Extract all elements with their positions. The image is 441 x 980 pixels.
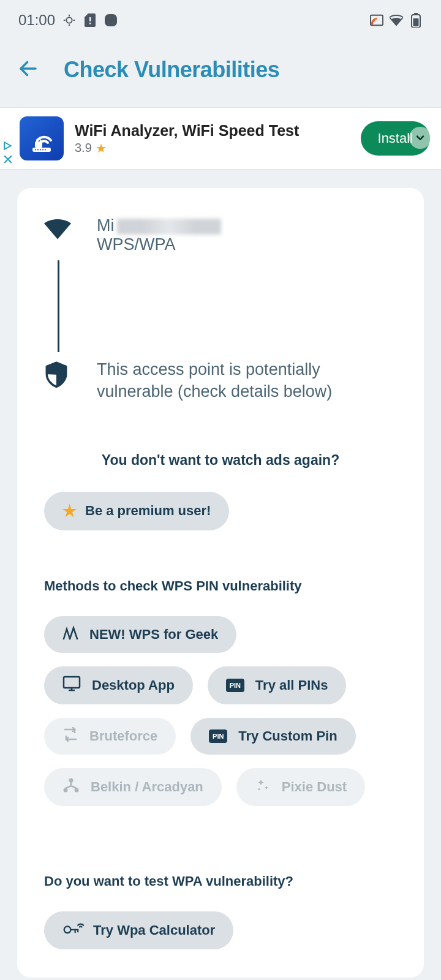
- pin-icon: PIN: [226, 679, 244, 692]
- wpa-label: Try Wpa Calculator: [93, 922, 215, 938]
- desktop-icon: [62, 676, 81, 695]
- main-card: Mi WPS/WPA This access point is potentia…: [17, 188, 424, 978]
- ad-title: WiFi Analyzer, WiFi Speed Test: [75, 122, 361, 140]
- svg-point-21: [40, 149, 41, 150]
- install-label: Install: [378, 130, 413, 146]
- svg-point-30: [64, 926, 71, 933]
- network-name-obscured: [117, 219, 221, 235]
- ad-rating-value: 3.9: [75, 141, 92, 155]
- svg-point-29: [75, 788, 79, 792]
- try-all-label: Try all PINs: [255, 677, 328, 693]
- desktop-label: Desktop App: [92, 677, 175, 693]
- belkin-label: Belkin / Arcadyan: [91, 779, 203, 795]
- wps-geek-label: NEW! WPS for Geek: [89, 627, 218, 643]
- ad-controls: [4, 141, 12, 166]
- ad-text: WiFi Analyzer, WiFi Speed Test 3.9 ★: [75, 122, 361, 156]
- ad-rating: 3.9 ★: [75, 141, 361, 156]
- star-icon: ★: [62, 502, 77, 521]
- geek-icon: [62, 625, 78, 644]
- premium-label: Be a premium user!: [85, 503, 211, 519]
- bruteforce-button[interactable]: Bruteforce: [44, 718, 176, 755]
- network-name: Mi: [97, 216, 221, 235]
- vulnerability-row: This access point is potentially vulnera…: [44, 358, 397, 403]
- svg-rect-5: [89, 17, 91, 21]
- connector-line: [58, 260, 59, 352]
- status-left: 01:00: [18, 12, 118, 29]
- sd-alert-icon: [83, 13, 97, 27]
- ad-close-icon[interactable]: [4, 155, 12, 166]
- install-button[interactable]: Install: [361, 121, 430, 156]
- status-right: [370, 13, 423, 27]
- vulnerability-text: This access point is potentially vulnera…: [97, 358, 397, 403]
- chevron-down-icon[interactable]: [409, 127, 431, 149]
- sparkle-icon: [255, 777, 271, 797]
- ad-app-icon: [20, 116, 64, 160]
- svg-point-9: [371, 22, 374, 24]
- custom-pin-label: Try Custom Pin: [238, 728, 337, 744]
- location-icon: [62, 13, 76, 27]
- star-icon: ★: [96, 141, 107, 156]
- svg-point-20: [37, 149, 39, 150]
- network-security: WPS/WPA: [97, 235, 221, 254]
- wps-section-title: Methods to check WPS PIN vulnerability: [44, 578, 397, 594]
- battery-icon: [409, 13, 423, 27]
- wpa-row: Try Wpa Calculator: [44, 911, 397, 949]
- bruteforce-icon: [62, 727, 78, 745]
- try-all-pins-button[interactable]: PIN Try all PINs: [208, 666, 347, 704]
- wifi-signal-icon: [44, 219, 71, 242]
- wpa-section-title: Do you want to test WPA vulnerability?: [44, 873, 397, 889]
- desktop-app-button[interactable]: Desktop App: [44, 666, 193, 704]
- belkin-button[interactable]: Belkin / Arcadyan: [44, 768, 222, 806]
- custom-pin-button[interactable]: PIN Try Custom Pin: [190, 718, 355, 755]
- svg-point-27: [69, 778, 74, 782]
- svg-rect-6: [89, 23, 91, 24]
- wpa-calculator-button[interactable]: Try Wpa Calculator: [44, 911, 233, 949]
- premium-row: ★ Be a premium user!: [44, 492, 397, 530]
- bruteforce-label: Bruteforce: [89, 728, 157, 744]
- hierarchy-icon: [62, 777, 80, 797]
- status-bar: 01:00: [0, 0, 441, 40]
- pixie-dust-button[interactable]: Pixie Dust: [236, 768, 365, 806]
- wifi-icon: [390, 13, 403, 27]
- svg-point-22: [42, 149, 43, 150]
- key-wifi-icon: [62, 921, 85, 940]
- ads-prompt: You don't want to watch ads again?: [44, 452, 397, 469]
- pin-icon: PIN: [209, 729, 227, 743]
- ad-banner[interactable]: WiFi Analyzer, WiFi Speed Test 3.9 ★ Ins…: [0, 107, 441, 170]
- back-button[interactable]: [17, 58, 39, 82]
- ad-info-icon[interactable]: [4, 141, 12, 153]
- wps-geek-button[interactable]: NEW! WPS for Geek: [44, 616, 236, 653]
- status-time: 01:00: [18, 12, 55, 29]
- premium-button[interactable]: ★ Be a premium user!: [44, 492, 229, 530]
- svg-point-23: [45, 149, 46, 150]
- wps-chips: NEW! WPS for Geek Desktop App PIN Try al…: [44, 616, 397, 806]
- svg-rect-24: [64, 677, 80, 688]
- svg-rect-12: [413, 18, 419, 26]
- shield-icon: [44, 361, 71, 390]
- network-info: Mi WPS/WPA: [97, 216, 221, 254]
- network-row: Mi WPS/WPA: [44, 216, 397, 254]
- cast-icon: [370, 13, 383, 27]
- app-indicator-icon: [104, 13, 118, 27]
- pixie-label: Pixie Dust: [282, 779, 347, 795]
- svg-point-0: [66, 17, 72, 23]
- app-header: Check Vulnerabilities: [0, 40, 441, 107]
- svg-rect-17: [37, 139, 40, 143]
- page-title: Check Vulnerabilities: [64, 57, 279, 83]
- svg-point-19: [35, 149, 36, 150]
- svg-point-28: [64, 788, 68, 792]
- svg-rect-7: [105, 14, 117, 26]
- network-name-prefix: Mi: [97, 216, 115, 235]
